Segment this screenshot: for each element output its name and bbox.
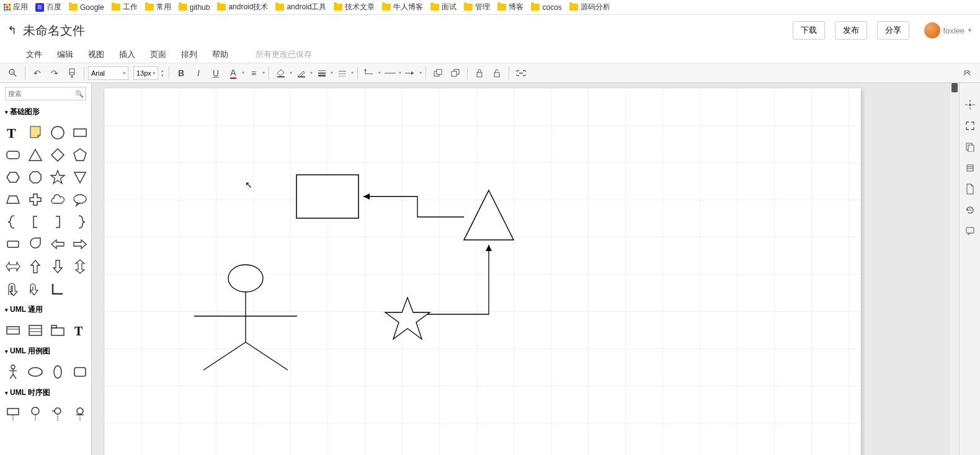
- bookmark-common[interactable]: 常用: [145, 2, 171, 12]
- shape-bracket-right[interactable]: [47, 211, 68, 232]
- shape-arrow-down[interactable]: [47, 256, 68, 277]
- download-button[interactable]: 下载: [793, 21, 825, 40]
- font-size-up[interactable]: ▴: [160, 68, 165, 73]
- font-size-down[interactable]: ▾: [160, 73, 165, 78]
- shape-usecase-ellipse-narrow[interactable]: [47, 361, 68, 382]
- chevron-down-icon[interactable]: ▾: [290, 70, 292, 76]
- dock-page-button[interactable]: [961, 181, 979, 197]
- section-basic-shapes[interactable]: 基础图形: [0, 104, 91, 120]
- chevron-down-icon[interactable]: ▾: [419, 70, 422, 76]
- dock-comment-button[interactable]: [961, 223, 979, 239]
- fill-color-button[interactable]: [273, 65, 289, 81]
- shape-arrow-left[interactable]: [47, 234, 68, 255]
- shape-lifeline-entity[interactable]: [69, 403, 91, 424]
- scrollbar-vertical[interactable]: [950, 83, 959, 455]
- shape-bent-arrow[interactable]: [25, 278, 46, 299]
- dock-layers-button[interactable]: [961, 160, 979, 176]
- section-uml-common[interactable]: UML 通用: [0, 302, 91, 317]
- bookmark-source-analysis[interactable]: 源码分析: [569, 2, 610, 12]
- chevron-down-icon[interactable]: ▾: [378, 70, 381, 76]
- back-button[interactable]: ↰: [7, 24, 17, 37]
- diagram-triangle[interactable]: [464, 190, 514, 240]
- connector-triangle-to-rect[interactable]: [363, 197, 464, 217]
- chevron-down-icon[interactable]: ▾: [262, 70, 265, 76]
- align-button[interactable]: ≡: [246, 65, 262, 81]
- shape-teardrop[interactable]: [25, 234, 46, 255]
- shape-bracket-left[interactable]: [25, 211, 46, 232]
- shape-rounded-rect[interactable]: [2, 144, 24, 166]
- search-input[interactable]: [8, 90, 83, 97]
- redo-button[interactable]: ↷: [47, 65, 63, 81]
- dock-navigator-button[interactable]: [961, 97, 979, 113]
- shape-arrow-up[interactable]: [25, 256, 46, 277]
- dock-history-button[interactable]: [961, 202, 979, 218]
- shape-octagon[interactable]: [25, 167, 46, 188]
- bold-button[interactable]: B: [173, 65, 189, 81]
- font-size-select[interactable]: 13px: [133, 66, 158, 80]
- bookmark-android-tech[interactable]: android技术: [217, 2, 268, 12]
- line-style-button[interactable]: [334, 65, 350, 81]
- shape-ellipse[interactable]: [47, 122, 68, 143]
- bookmark-manage[interactable]: 管理: [464, 2, 490, 12]
- shape-actor[interactable]: [2, 361, 24, 382]
- bookmark-tech-articles[interactable]: 技术文章: [334, 2, 375, 12]
- zoom-button[interactable]: +: [5, 65, 21, 81]
- dock-fit-button[interactable]: [961, 118, 979, 134]
- lock-button[interactable]: [471, 65, 488, 81]
- shape-arrow-updown[interactable]: [69, 256, 91, 277]
- shape-arrow-right[interactable]: [69, 234, 91, 255]
- menu-arrange[interactable]: 排列: [181, 49, 197, 60]
- undo-button[interactable]: ↶: [29, 65, 45, 81]
- shape-cloud[interactable]: [47, 189, 68, 210]
- menu-file[interactable]: 文件: [26, 49, 42, 60]
- shape-uml-class-simple[interactable]: [2, 320, 24, 341]
- send-back-button[interactable]: [447, 65, 463, 81]
- menu-insert[interactable]: 插入: [119, 49, 135, 60]
- underline-button[interactable]: U: [208, 65, 224, 81]
- shape-rectangle[interactable]: [69, 122, 91, 143]
- shape-usecase-system[interactable]: [69, 361, 91, 382]
- shape-lifeline-rect[interactable]: [2, 403, 24, 424]
- diagram-actor[interactable]: [194, 265, 297, 370]
- shape-brace-right[interactable]: [69, 211, 91, 232]
- connector-star-to-triangle[interactable]: [427, 245, 489, 314]
- shape-brace-left[interactable]: [2, 211, 24, 232]
- collapse-toolbar-button[interactable]: [959, 65, 975, 81]
- menu-edit[interactable]: 编辑: [57, 49, 73, 60]
- shape-star[interactable]: [47, 167, 68, 188]
- format-painter-button[interactable]: [64, 65, 80, 81]
- bookmark-android-tools[interactable]: android工具: [275, 2, 326, 12]
- canvas-page[interactable]: ↖: [104, 88, 861, 455]
- shape-plus[interactable]: [25, 189, 46, 210]
- connector-type-button[interactable]: [362, 65, 378, 81]
- document-title[interactable]: 未命名文件: [23, 22, 85, 39]
- apps-button[interactable]: 应用: [4, 2, 28, 12]
- italic-button[interactable]: I: [190, 65, 207, 81]
- section-uml-usecase[interactable]: UML 用例图: [0, 343, 91, 359]
- menu-view[interactable]: 视图: [88, 49, 104, 60]
- shape-lifeline-interface[interactable]: [47, 403, 68, 424]
- bookmark-google[interactable]: Google: [69, 3, 104, 12]
- menu-help[interactable]: 帮助: [212, 49, 228, 60]
- search-box[interactable]: 🔍: [5, 87, 86, 100]
- section-uml-sequence[interactable]: UML 时序图: [0, 385, 91, 400]
- bookmark-baidu[interactable]: 百百度: [35, 2, 61, 12]
- bookmark-expert-blog[interactable]: 牛人博客: [382, 2, 423, 12]
- chevron-down-icon[interactable]: ▾: [399, 70, 401, 76]
- shape-uml-class-full[interactable]: [25, 320, 46, 341]
- shape-note[interactable]: [25, 122, 46, 143]
- shape-pentagon[interactable]: [69, 144, 91, 166]
- shape-hexagon[interactable]: [2, 167, 24, 188]
- shape-corner[interactable]: [47, 278, 68, 299]
- shape-triangle[interactable]: [25, 144, 46, 166]
- publish-button[interactable]: 发布: [835, 21, 867, 40]
- shape-arrow-bidirectional[interactable]: [2, 256, 24, 277]
- shape-uml-text[interactable]: T: [69, 320, 91, 341]
- bookmark-work[interactable]: 工作: [112, 2, 138, 12]
- chevron-down-icon[interactable]: ▾: [351, 70, 354, 76]
- scrollbar-thumb[interactable]: [951, 83, 958, 92]
- arrow-style-button[interactable]: [403, 65, 419, 81]
- shape-trapezoid[interactable]: [2, 189, 24, 210]
- shape-text[interactable]: T: [2, 122, 24, 143]
- shape-u-turn[interactable]: [2, 278, 24, 299]
